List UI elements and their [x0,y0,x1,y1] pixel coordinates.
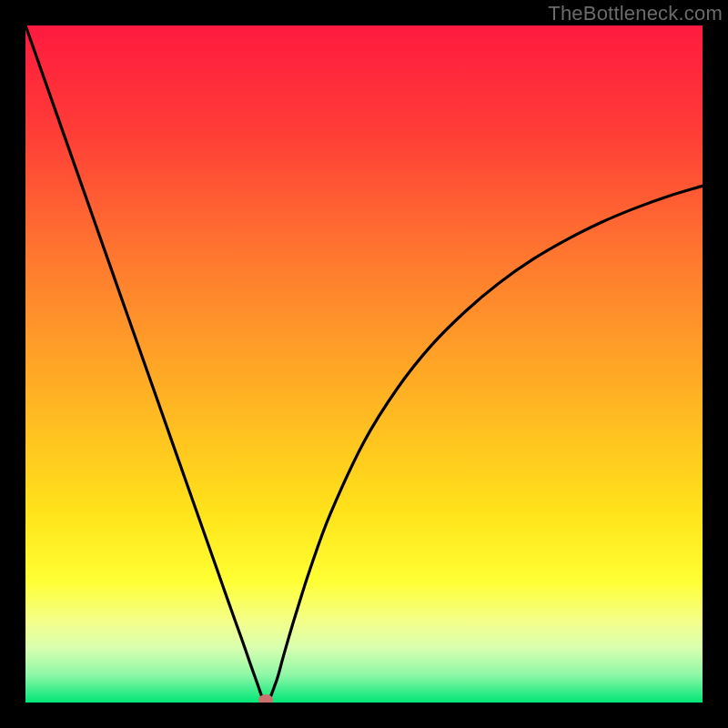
watermark-text: TheBottleneck.com [548,2,723,25]
chart-frame: TheBottleneck.com [0,0,728,728]
plot-area [25,25,703,703]
gradient-background [25,25,703,703]
bottleneck-chart [25,25,703,703]
